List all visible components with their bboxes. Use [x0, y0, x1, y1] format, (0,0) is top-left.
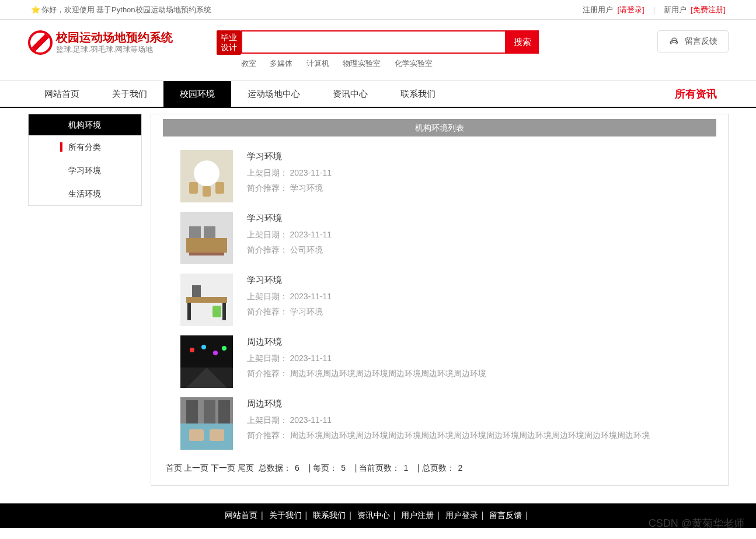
item-title: 周边环境	[247, 398, 699, 410]
svg-rect-24	[186, 400, 198, 424]
svg-rect-27	[180, 424, 233, 450]
item-title: 周边环境	[247, 337, 699, 348]
hotword[interactable]: 多媒体	[270, 59, 292, 68]
reg-user-label: 注册用户	[583, 0, 613, 20]
search-button[interactable]: 搜索	[506, 30, 539, 54]
thumbnail	[180, 274, 233, 326]
register-link[interactable]: [免费注册]	[691, 0, 725, 20]
item-date: 上架日期：2023-11-11	[247, 168, 699, 178]
main: 机构环境 所有分类 学习环境 生活环境 机构环境列表 学习环境 上架日期：202…	[0, 108, 756, 503]
footer-nav: 网站首页| 关于我们| 联系我们| 资讯中心| 用户注册| 用户登录| 留言反馈…	[0, 503, 756, 528]
footer-link[interactable]: 用户注册	[401, 510, 434, 520]
nav-environment[interactable]: 校园环境	[163, 81, 231, 107]
thumbnail	[180, 150, 233, 202]
list-item[interactable]: 周边环境 上架日期：2023-11-11 简介推荐：周边环境周边环境周边环境周边…	[163, 393, 716, 454]
nav-all-news[interactable]: 所有资讯	[675, 87, 729, 101]
svg-rect-4	[215, 182, 224, 194]
item-date: 上架日期：2023-11-11	[247, 292, 699, 302]
feedback-button[interactable]: 留言反馈	[657, 30, 729, 52]
page-first[interactable]: 首页	[166, 463, 182, 473]
item-date: 上架日期：2023-11-11	[247, 415, 699, 426]
item-intro: 简介推荐：学习环境	[247, 307, 699, 317]
footer-link[interactable]: 用户登录	[445, 510, 478, 520]
hotword[interactable]: 物理实验室	[343, 59, 381, 68]
hotword[interactable]: 教室	[241, 59, 256, 68]
svg-point-20	[213, 351, 218, 355]
svg-rect-13	[187, 303, 191, 320]
topbar: ⭐你好，欢迎使用 基于Python校园运动场地预约系统 注册用户 [请登录] |…	[0, 0, 756, 20]
page-next[interactable]: 下一页	[211, 463, 235, 473]
item-intro: 简介推荐：周边环境周边环境周边环境周边环境周边环境周边环境周边环境周边环境周边环…	[247, 430, 699, 441]
page-prev[interactable]: 上一页	[184, 463, 208, 473]
list-item[interactable]: 学习环境 上架日期：2023-11-11 简介推荐：学习环境	[163, 269, 716, 331]
page-per: 每页：5	[313, 463, 349, 473]
topbar-right: 注册用户 [请登录] | 新用户 [免费注册]	[583, 0, 725, 20]
svg-point-21	[222, 346, 227, 351]
page-last[interactable]: 尾页	[238, 463, 254, 473]
page-total: 总数据：6	[259, 463, 303, 473]
content: 机构环境列表 学习环境 上架日期：2023-11-11 简介推荐：学习环境 学习…	[151, 114, 729, 486]
sidebar-item-life[interactable]: 生活环境	[29, 182, 141, 205]
nav-venue[interactable]: 运动场地中心	[231, 81, 316, 107]
svg-rect-14	[222, 303, 226, 320]
nav-home[interactable]: 网站首页	[28, 81, 96, 107]
svg-rect-29	[210, 429, 224, 441]
footer-link[interactable]: 留言反馈	[489, 510, 522, 520]
feedback-label: 留言反馈	[685, 36, 717, 47]
header: 校园运动场地预约系统 篮球.足球.羽毛球.网球等场地 毕业设计 搜索 教室 多媒…	[0, 20, 756, 74]
item-intro: 简介推荐：公司环境	[247, 245, 699, 256]
badge: 毕业设计	[217, 30, 241, 55]
divider: |	[653, 0, 655, 20]
sidebar-item-study[interactable]: 学习环境	[29, 159, 141, 182]
footer-link[interactable]: 资讯中心	[357, 510, 390, 520]
thumbnail	[180, 397, 233, 450]
page-pages: 总页数：2	[422, 463, 466, 473]
svg-rect-3	[189, 182, 198, 194]
welcome-text: ⭐你好，欢迎使用 基于Python校园运动场地预约系统	[31, 0, 211, 20]
list-item[interactable]: 学习环境 上架日期：2023-11-11 简介推荐：学习环境	[163, 145, 716, 207]
svg-rect-12	[186, 297, 227, 303]
logo[interactable]: 校园运动场地预约系统 篮球.足球.羽毛球.网球等场地 毕业设计	[28, 30, 241, 55]
svg-point-19	[201, 345, 206, 349]
list-item[interactable]: 学习环境 上架日期：2023-11-11 简介推荐：公司环境	[163, 207, 716, 269]
item-intro: 简介推荐：周边环境周边环境周边环境周边环境周边环境周边环境	[247, 369, 699, 379]
svg-rect-25	[204, 400, 215, 424]
main-nav: 网站首页 关于我们 校园环境 运动场地中心 资讯中心 联系我们 所有资讯	[0, 80, 756, 108]
item-title: 学习环境	[247, 213, 699, 224]
footer-link[interactable]: 联系我们	[313, 510, 346, 520]
item-date: 上架日期：2023-11-11	[247, 354, 699, 364]
svg-point-2	[194, 160, 220, 186]
thumbnail	[180, 335, 233, 388]
login-link[interactable]: [请登录]	[617, 0, 644, 20]
sidebar: 机构环境 所有分类 学习环境 生活环境	[28, 114, 142, 206]
hotword[interactable]: 化学实验室	[395, 59, 433, 68]
logo-icon	[28, 30, 53, 55]
hot-words: 教室 多媒体 计算机 物理实验室 化学实验室	[241, 58, 657, 69]
site-subtitle: 篮球.足球.羽毛球.网球等场地	[56, 44, 213, 55]
svg-rect-5	[203, 186, 211, 197]
new-user-label: 新用户	[664, 0, 687, 20]
svg-rect-7	[186, 238, 227, 253]
nav-contact[interactable]: 联系我们	[384, 81, 452, 107]
item-title: 学习环境	[247, 275, 699, 286]
svg-point-18	[190, 348, 194, 352]
sidebar-item-all[interactable]: 所有分类	[29, 135, 141, 159]
item-intro: 简介推荐：学习环境	[247, 183, 699, 194]
footer-info: Copyright © 基于Python校园运动场地预约系统 某省ICP备xxx…	[0, 528, 756, 539]
item-date: 上架日期：2023-11-11	[247, 230, 699, 240]
svg-rect-15	[192, 285, 201, 297]
search-area: 搜索 教室 多媒体 计算机 物理实验室 化学实验室	[241, 30, 657, 69]
search-input[interactable]	[241, 30, 506, 54]
thumbnail	[180, 212, 233, 264]
svg-rect-16	[212, 306, 221, 317]
headset-icon	[668, 36, 680, 47]
pagination: 首页 上一页 下一页 尾页 总数据：6 | 每页：5 | 当前页数：1 | 总页…	[163, 454, 716, 474]
list-item[interactable]: 周边环境 上架日期：2023-11-11 简介推荐：周边环境周边环境周边环境周边…	[163, 331, 716, 393]
nav-about[interactable]: 关于我们	[96, 81, 163, 107]
star-icon: ⭐	[31, 5, 40, 14]
nav-news[interactable]: 资讯中心	[316, 81, 384, 107]
footer-link[interactable]: 关于我们	[269, 510, 302, 520]
footer-link[interactable]: 网站首页	[225, 510, 257, 520]
hotword[interactable]: 计算机	[306, 59, 329, 68]
page-current: 当前页数：1	[359, 463, 412, 473]
